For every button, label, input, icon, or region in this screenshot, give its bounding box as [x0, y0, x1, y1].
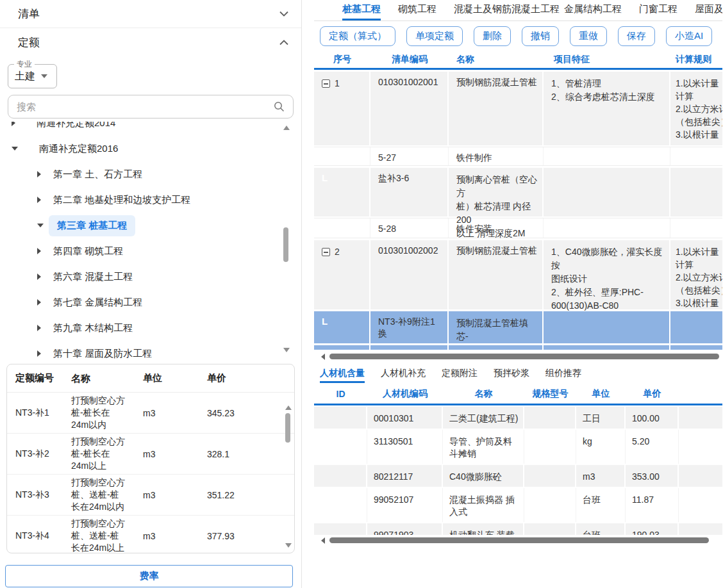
quota-table-header: 定额编号 名称 单位 单价: [7, 364, 294, 393]
table-row-item-1[interactable]: 1 010301002001 预制钢筋混凝土管桩 1、管桩清理 2、综合考虑桩芯…: [314, 72, 722, 145]
child-row-icon: L: [322, 316, 328, 327]
tab-premixed-mortar[interactable]: 预拌砂浆: [494, 368, 529, 383]
table-row[interactable]: NT3-补2 打预制空心方 桩-桩长在 24m以上 m3 328.1: [7, 434, 294, 475]
quota-formula-button[interactable]: 定额（算式）: [320, 26, 395, 46]
col-header-id: ID: [314, 389, 367, 399]
tree-item-chapter9-timber[interactable]: 第九章 木结构工程: [0, 315, 301, 341]
tree-item-nantong-2016[interactable]: 南通补充定额2016: [0, 136, 301, 161]
tree-item-chapter10-roofing[interactable]: 第十章 屋面及防水工程: [0, 341, 301, 361]
table-row-item-2[interactable]: 2 010301002002 预制钢筋混凝土管桩 1、C40微膨胀砼，灌实长度按…: [314, 240, 722, 309]
caret-right-icon[interactable]: [37, 299, 41, 306]
tree-scrollbar-thumb[interactable]: [283, 227, 288, 262]
caret-right-icon[interactable]: [37, 171, 41, 177]
table-row[interactable]: 31130501 导管、护筒及料 斗摊销 kg 5.20: [314, 430, 722, 464]
scroll-up-icon[interactable]: [283, 126, 290, 130]
col-header-price: 单价: [199, 372, 294, 384]
detail-table-body: 00010301 二类工(建筑工程) 工日 100.00 31130501 导管…: [314, 405, 722, 536]
caret-right-icon[interactable]: [37, 350, 41, 357]
section-quota[interactable]: 定额: [0, 28, 301, 56]
detail-table-header: ID 人材机编码 名称 规格型号 单位 单价 产地: [314, 384, 722, 404]
tab-concrete-rebar[interactable]: 混凝土及钢筋混凝土工程: [454, 3, 560, 20]
scroll-down-icon[interactable]: [283, 348, 290, 352]
table-row-sub[interactable]: 5-28 铁件安装: [314, 218, 722, 238]
caret-down-icon[interactable]: [37, 224, 44, 227]
list-table-body: 1 010301002001 预制钢筋混凝土管桩 1、管桩清理 2、综合考虑桩芯…: [314, 70, 722, 350]
detail-tabs: 人材机含量 人材机补充 定额附注 预拌砂浆 组价推荐: [314, 361, 722, 383]
scroll-up-icon[interactable]: [285, 405, 292, 410]
col-header-quota-code: 定额编号: [7, 372, 71, 384]
quota-scrollbar-thumb[interactable]: [285, 413, 290, 443]
col-header-seq: 序号: [314, 54, 370, 65]
search-field[interactable]: [8, 95, 294, 118]
col-header-name: 名称: [443, 388, 524, 400]
tree-scrollbar[interactable]: [283, 122, 289, 361]
tree-item-nantong-2014[interactable]: 南通补充定额2014: [0, 122, 301, 136]
list-table-header: 序号 清单编码 名称 项目特征 计算规则: [314, 51, 722, 68]
collapse-icon[interactable]: [322, 79, 330, 88]
major-select[interactable]: 专业 土建: [8, 64, 57, 88]
tab-quota-notes[interactable]: 定额附注: [442, 368, 478, 383]
scroll-down-icon[interactable]: [285, 543, 292, 548]
undo-button[interactable]: 撤销: [522, 26, 559, 46]
tab-doors-windows[interactable]: 门窗工程: [639, 3, 677, 20]
tab-pricing-recommend[interactable]: 组价推荐: [545, 368, 581, 383]
list-horizontal-scrollbar[interactable]: [314, 352, 722, 361]
partial-row: [314, 345, 722, 350]
tree-item-chapter6-concrete[interactable]: 第六章 混凝土工程: [0, 264, 301, 290]
caret-down-icon[interactable]: [12, 147, 18, 151]
tab-labor-material-supplement[interactable]: 人材机补充: [381, 368, 426, 383]
rate-button[interactable]: 费率: [5, 565, 293, 587]
tab-masonry[interactable]: 砌筑工程: [398, 3, 436, 20]
section-quota-label: 定额: [18, 35, 40, 50]
scroll-left-icon[interactable]: [321, 354, 325, 360]
caret-right-icon[interactable]: [37, 248, 41, 254]
detail-hscrollbar-thumb[interactable]: [329, 537, 709, 543]
search-input[interactable]: [17, 101, 274, 112]
tab-roof-waterproof[interactable]: 屋面及防水工: [695, 3, 722, 20]
tab-pile-foundation[interactable]: 桩基工程: [342, 3, 381, 20]
scroll-left-icon[interactable]: [321, 537, 325, 544]
caret-right-icon[interactable]: [37, 274, 41, 280]
caret-right-icon[interactable]: [37, 197, 41, 203]
single-quota-button[interactable]: 单项定额: [406, 26, 463, 46]
caret-right-icon[interactable]: [37, 325, 41, 331]
table-row[interactable]: NT3-补1 打预制空心方 桩-桩长在 24m以内 m3 345.23: [7, 393, 294, 434]
tab-metal-structure[interactable]: 金属结构工程: [564, 3, 622, 20]
table-row[interactable]: 80212117 C40微膨胀砼 m3 353.00: [314, 465, 722, 487]
table-row[interactable]: 00010301 二类工(建筑工程) 工日 100.00: [314, 407, 722, 429]
tab-labor-material-content[interactable]: 人材机含量: [320, 368, 365, 383]
tree-item-chapter1-earthwork[interactable]: 第一章 土、石方工程: [0, 161, 301, 187]
table-row-partial[interactable]: 99071903 机动翻斗车 装载 台班 190.03: [314, 523, 722, 535]
major-select-value: 土建: [15, 70, 35, 83]
caret-right-icon[interactable]: [12, 122, 15, 126]
tree-item-chapter7-metal[interactable]: 第七章 金属结构工程: [0, 290, 301, 315]
col-header-resource-code: 人材机编码: [367, 388, 443, 400]
section-bill-list[interactable]: 清单: [0, 0, 301, 28]
redo-button[interactable]: 重做: [570, 26, 607, 46]
col-header-name: 名称: [449, 54, 544, 65]
detail-horizontal-scrollbar[interactable]: [314, 536, 722, 544]
search-icon[interactable]: [274, 101, 285, 112]
quota-table-scrollbar[interactable]: [285, 364, 291, 553]
quota-price-table: 定额编号 名称 单位 单价 NT3-补1 打预制空心方 桩-桩长在 24m以内 …: [6, 364, 295, 553]
table-row[interactable]: NT3-补3 打预制空心方 桩、送桩-桩 长在24m以内 m3 351.22: [7, 475, 294, 516]
xiaozao-ai-button[interactable]: 小造AI: [666, 26, 712, 46]
tree-item-chapter4-masonry[interactable]: 第四章 砌筑工程: [0, 238, 301, 264]
quota-tree: 南通补充定额2014 南通补充定额2016 第一章 土、石方工程 第二章 地基处…: [0, 122, 301, 361]
tree-item-chapter2-foundation[interactable]: 第二章 地基处理和边坡支护工程: [0, 187, 301, 213]
col-header-unit: 单位: [576, 388, 626, 400]
col-header-name: 名称: [71, 372, 135, 384]
chevron-up-icon[interactable]: [279, 40, 288, 45]
main-panel: 桩基工程 砌筑工程 混凝土及钢筋混凝土工程 金属结构工程 门窗工程 屋面及防水工…: [314, 0, 722, 588]
tree-item-chapter3-piling[interactable]: 第三章 桩基工程: [0, 213, 301, 238]
table-row[interactable]: NT3-补4 打预制空心方 桩、送桩-桩 长在24m以上 m3 377.93: [7, 516, 294, 553]
save-button[interactable]: 保存: [618, 26, 655, 46]
table-row-sub[interactable]: L 盐补3-6 预制离心管桩（空心方 桩）桩芯清理 内径200 以上 清理深度2…: [314, 168, 722, 216]
chevron-down-icon[interactable]: [279, 11, 288, 17]
list-hscrollbar-thumb[interactable]: [329, 354, 719, 359]
table-row-selected[interactable]: L NT3-补9附注1换 预制混凝土管桩填芯- 填混凝土: [314, 311, 722, 343]
table-row[interactable]: 99052107 混凝土振捣器 插 入式 台班 11.87: [314, 488, 722, 522]
table-row-sub[interactable]: 5-27 铁件制作: [314, 147, 722, 166]
delete-button[interactable]: 删除: [474, 26, 511, 46]
collapse-icon[interactable]: [322, 248, 330, 256]
